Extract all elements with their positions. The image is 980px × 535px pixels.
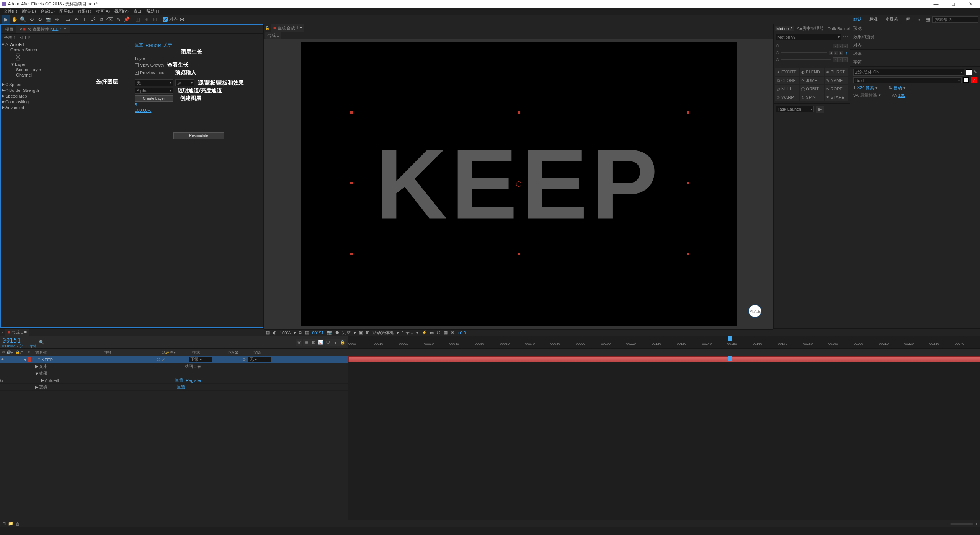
tracking-value[interactable]: 度量标准: [860, 92, 877, 98]
time-ruler[interactable]: 0000000100002000030000400005000060000700…: [348, 336, 980, 348]
timecode[interactable]: 00151: [2, 337, 36, 344]
snap-options[interactable]: ⋈: [178, 15, 186, 24]
frame-blend-icon[interactable]: ▦: [303, 339, 310, 346]
wave-icon[interactable]: 〰: [843, 34, 848, 40]
parent-dropdown[interactable]: 无 ▾: [248, 357, 271, 362]
rotate-tool[interactable]: ↻: [36, 15, 44, 24]
zoom-tool[interactable]: 🔍: [19, 15, 27, 24]
twirl-icon[interactable]: ▶: [1, 99, 5, 104]
feat-blend[interactable]: ◐BLEND: [800, 68, 823, 76]
search-help-input[interactable]: [932, 16, 978, 23]
align-panel-tab[interactable]: 对齐: [850, 41, 980, 50]
reset-link[interactable]: 重置: [135, 42, 143, 48]
search-icon[interactable]: 🔍: [39, 340, 44, 345]
visibility-icon[interactable]: 👁: [1, 357, 5, 362]
slider-btn[interactable]: ▪: [833, 44, 838, 48]
twirl-icon[interactable]: ▶: [34, 385, 39, 390]
composition-canvas[interactable]: KEEP: [301, 42, 737, 326]
va-value[interactable]: 100: [898, 93, 905, 98]
timeline-tab[interactable]: ■ 合成 1 ≡: [5, 329, 29, 336]
slider-radio[interactable]: [776, 51, 779, 54]
close-button[interactable]: ✕: [963, 1, 978, 7]
mode-header[interactable]: 模式: [191, 350, 221, 355]
view-axis-tool[interactable]: ⊡: [150, 15, 159, 24]
viewer-tab[interactable]: ■ 合成 合成 1 ≡: [271, 24, 304, 32]
shy-icon[interactable]: 👁: [296, 339, 302, 346]
layer-sub-row[interactable]: fx▶ AutoFill 重置 Register: [0, 377, 348, 384]
selection-handle[interactable]: [687, 182, 689, 184]
layer-name[interactable]: KEEP: [42, 357, 99, 362]
menu-animation[interactable]: 动画(A): [94, 8, 112, 15]
render-queue-icon[interactable]: 🗑: [16, 522, 20, 526]
graph-editor-icon[interactable]: 📊: [317, 339, 324, 346]
selection-handle[interactable]: [350, 253, 353, 255]
slider-btn[interactable]: ▪: [843, 57, 848, 62]
solo-icon[interactable]: ●: [332, 339, 339, 346]
selection-handle[interactable]: [350, 182, 353, 184]
layer-row[interactable]: 👁 ▼ 1 T KEEP ⬡ ／ 正常 ▾ ⊙ 无 ▾: [0, 356, 348, 363]
fill-color-swatch[interactable]: [966, 69, 972, 75]
color-tag[interactable]: [28, 357, 31, 362]
create-layer-button[interactable]: Create Layer: [135, 95, 173, 102]
motion-preset-dropdown[interactable]: Motion v2▾: [776, 34, 841, 40]
menu-effect[interactable]: 效果(T): [75, 8, 93, 15]
channel-dropdown[interactable]: Alpha▾: [135, 88, 173, 94]
workspace-default[interactable]: 默认: [849, 16, 866, 23]
hand-tool[interactable]: ✋: [10, 15, 19, 24]
slider-btn[interactable]: ▪: [833, 57, 838, 62]
stroke-color-swatch[interactable]: [963, 77, 969, 83]
feat-excite[interactable]: ✦EXCITE: [775, 68, 799, 76]
roto-tool[interactable]: ✎: [114, 15, 122, 24]
camera-tool[interactable]: 📷: [44, 15, 52, 24]
slider-btn[interactable]: ▪: [834, 51, 838, 55]
clone-tool[interactable]: ⧉: [97, 15, 106, 24]
anchor-point-icon[interactable]: [516, 181, 521, 187]
leading-value[interactable]: 自动: [893, 85, 902, 91]
workspace-more[interactable]: »: [914, 16, 924, 23]
twirl-icon[interactable]: ▼: [23, 357, 28, 362]
slider-radio[interactable]: [776, 44, 779, 47]
task-dropdown[interactable]: Task Launch▾: [776, 106, 814, 112]
parent-header[interactable]: 父级: [252, 350, 283, 355]
tab-motion2[interactable]: Motion 2: [775, 26, 794, 31]
comment-header[interactable]: 注释: [103, 350, 160, 355]
effect-name[interactable]: AutoFill: [10, 42, 24, 47]
twirl-icon[interactable]: ▶: [34, 364, 39, 369]
selection-handle[interactable]: [518, 111, 520, 114]
eyedropper-icon[interactable]: ✎: [973, 70, 977, 75]
arrow-icon[interactable]: ↕: [846, 51, 848, 55]
lock-col-icon[interactable]: 🔒: [14, 350, 18, 354]
feat-spin[interactable]: ↻SPIN: [800, 93, 823, 101]
font-family-dropdown[interactable]: 思源黑体 CN▾: [853, 69, 964, 76]
no-stroke-icon[interactable]: ╱: [971, 77, 977, 83]
twirl-icon[interactable]: ▶: [40, 378, 45, 383]
project-tab[interactable]: 项目: [2, 26, 16, 33]
visibility-col-icon[interactable]: 👁: [0, 350, 5, 354]
about-link[interactable]: 关于...: [163, 42, 175, 48]
source-name-header[interactable]: 源名称: [34, 350, 103, 355]
reset-link[interactable]: 重置: [175, 377, 183, 383]
menu-window[interactable]: 窗口: [131, 8, 144, 15]
register-link[interactable]: Register: [186, 378, 201, 383]
eraser-tool[interactable]: ⌫: [106, 15, 114, 24]
world-axis-tool[interactable]: ⊞: [142, 15, 150, 24]
fx-presets-panel-tab[interactable]: 效果和预设: [850, 33, 980, 41]
lock-icon[interactable]: 🔒: [339, 339, 346, 346]
selection-handle[interactable]: [687, 253, 689, 255]
effect-controls-tab[interactable]: × ■ fx 效果控件 KEEP ≡: [16, 26, 70, 33]
feat-name[interactable]: ✎NAME: [825, 77, 848, 84]
zoom-out-icon[interactable]: −: [945, 522, 947, 526]
menu-help[interactable]: 帮助(H): [144, 8, 162, 15]
draft-3d-icon[interactable]: ⬡: [325, 339, 332, 346]
twirl-icon[interactable]: ▼: [1, 42, 5, 47]
slider-btn[interactable]: ▸: [839, 51, 843, 55]
register-link[interactable]: Register: [145, 43, 161, 47]
menu-file[interactable]: 文件(F): [2, 8, 19, 15]
layer-sub-row[interactable]: ▼ 效果: [0, 370, 348, 377]
menu-layer[interactable]: 图层(L): [57, 8, 75, 15]
feat-rope[interactable]: ∿ROPE: [825, 85, 848, 93]
feat-orbit[interactable]: ◯ORBIT: [800, 85, 823, 93]
radio-icon[interactable]: [16, 57, 20, 61]
feat-jump[interactable]: ↷JUMP: [800, 77, 823, 84]
twirl-icon[interactable]: ▼: [34, 371, 39, 376]
